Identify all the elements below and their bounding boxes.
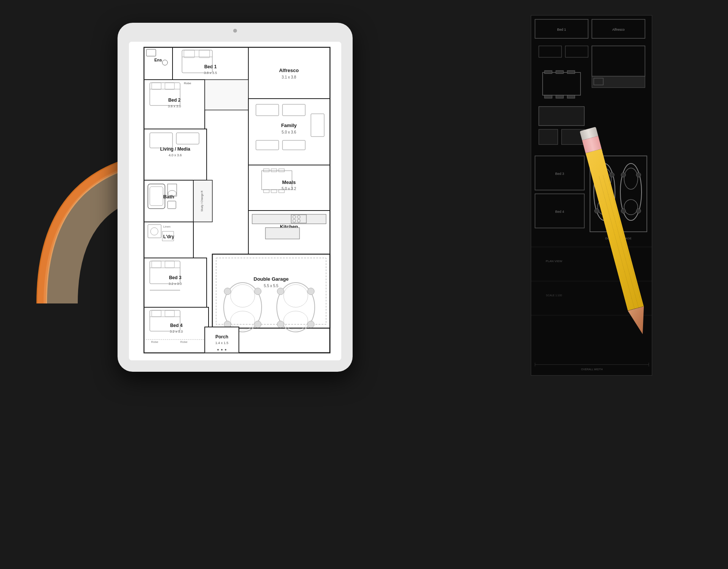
svg-rect-112 [252, 214, 326, 224]
svg-text:OVERALL WIDTH: OVERALL WIDTH [581, 368, 603, 371]
svg-text:Living / Media: Living / Media [160, 146, 190, 152]
svg-point-139 [224, 288, 231, 295]
scene: Bed 1 Alfresco [0, 0, 728, 569]
svg-rect-11 [567, 71, 575, 74]
svg-point-36 [636, 173, 641, 177]
svg-rect-14 [567, 95, 575, 98]
tablet-screen: Ens Wir Bed 1 3.8 x 3.5 [129, 42, 341, 360]
svg-rect-160 [205, 327, 239, 353]
svg-text:5.0 x 3.6: 5.0 x 3.6 [282, 130, 297, 134]
svg-text:Bed 1: Bed 1 [204, 64, 217, 69]
svg-text:Porch: Porch [215, 334, 228, 340]
svg-text:Study / Change R: Study / Change R [201, 190, 204, 211]
pencil-tip [628, 307, 651, 336]
svg-text:Bed 4: Bed 4 [170, 323, 183, 328]
svg-text:Bed 1: Bed 1 [557, 28, 566, 31]
svg-rect-18 [539, 129, 558, 145]
svg-rect-13 [556, 95, 563, 98]
svg-text:L'dry: L'dry [163, 234, 174, 239]
svg-point-149 [308, 321, 314, 328]
svg-text:Alfresco: Alfresco [612, 28, 625, 31]
svg-text:Robe: Robe [184, 82, 191, 85]
floorplan-svg: Ens Wir Bed 1 3.8 x 3.5 [129, 42, 341, 360]
svg-text:PLAN VIEW: PLAN VIEW [546, 259, 562, 263]
svg-text:Ens: Ens [154, 58, 162, 62]
svg-rect-52 [144, 47, 173, 80]
svg-point-147 [308, 288, 314, 295]
svg-point-35 [621, 173, 626, 177]
tablet: Ens Wir Bed 1 3.8 x 3.5 [118, 23, 353, 372]
svg-text:5.5 x 5.5: 5.5 x 5.5 [264, 284, 279, 288]
svg-point-163 [217, 349, 219, 351]
svg-text:Linen: Linen [163, 225, 171, 228]
svg-text:Family: Family [281, 123, 297, 128]
svg-rect-76 [205, 80, 248, 110]
svg-point-148 [277, 321, 284, 328]
svg-point-38 [636, 209, 641, 213]
svg-point-165 [225, 349, 226, 351]
svg-text:1.4 x 1.5: 1.4 x 1.5 [215, 341, 229, 345]
svg-text:Bed 2: Bed 2 [168, 97, 181, 103]
svg-text:3.1 x 3.8: 3.1 x 3.8 [282, 75, 297, 79]
svg-text:Robe: Robe [151, 340, 158, 344]
svg-text:Double Garage: Double Garage [254, 276, 289, 282]
svg-text:3.2 x 3.0: 3.2 x 3.0 [170, 330, 183, 333]
svg-rect-113 [265, 228, 300, 239]
svg-text:5.0 x 3.2: 5.0 x 3.2 [282, 187, 297, 191]
svg-text:Robe: Robe [180, 340, 188, 344]
svg-point-142 [254, 321, 261, 328]
svg-rect-12 [544, 95, 552, 98]
svg-text:4.0 x 3.6: 4.0 x 3.6 [169, 153, 182, 157]
svg-text:Bed 3: Bed 3 [555, 172, 564, 176]
svg-point-140 [254, 288, 261, 295]
svg-text:SCALE 1:100: SCALE 1:100 [546, 294, 562, 297]
tablet-camera [233, 29, 237, 33]
svg-text:3.6 x 3.0: 3.6 x 3.0 [168, 104, 181, 108]
svg-rect-10 [556, 71, 563, 74]
svg-point-146 [277, 288, 284, 295]
svg-text:Bed 4: Bed 4 [555, 210, 564, 214]
svg-text:Alfresco: Alfresco [279, 68, 299, 73]
svg-text:Meals: Meals [282, 179, 296, 185]
svg-text:Bed 3: Bed 3 [169, 275, 182, 280]
svg-rect-9 [544, 71, 552, 74]
svg-point-164 [221, 349, 223, 351]
svg-rect-17 [539, 107, 584, 126]
